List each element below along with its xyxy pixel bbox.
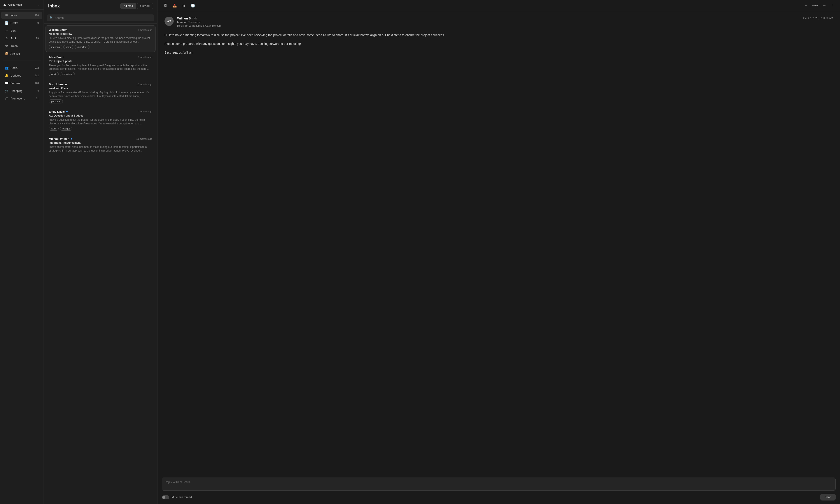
archive-icon: 📦 [5, 52, 8, 55]
email-body-paragraph: Hi, let's have a meeting tomorrow to dis… [164, 33, 833, 38]
sidebar-label-junk: Junk [11, 37, 16, 40]
more-options-button[interactable]: ⋮ [829, 2, 836, 9]
sidebar-label-updates: Updates [11, 74, 21, 77]
mail-tags: workbudget [49, 127, 152, 130]
social-icon: 👥 [5, 66, 8, 70]
tag-work: work [49, 127, 59, 130]
tag-budget: budget [60, 127, 72, 130]
forward-button[interactable]: ↪ [821, 2, 827, 9]
updates-icon: 🔔 [5, 74, 8, 77]
mail-sender: Bob Johnson [49, 83, 67, 86]
mail-tags: meetingworkimportant [49, 45, 152, 49]
mail-time: 10 months ago [136, 83, 152, 86]
sidebar-item-junk[interactable]: ⚠ Junk 23 [1, 35, 42, 42]
sidebar-item-trash[interactable]: 🗑 Trash [1, 42, 42, 50]
sent-icon: ↗ [5, 29, 8, 32]
sidebar-item-inbox[interactable]: ✉ Inbox 128 [1, 12, 42, 19]
mail-time: 10 months ago [136, 110, 152, 113]
sidebar: Alicia Koch ⌄ ✉ Inbox 128 📄 Drafts 9 ↗ S… [0, 0, 44, 504]
chevron-down-icon: ⌄ [38, 3, 40, 6]
email-meta: William Smith Meeting Tomorrow Reply-To:… [177, 17, 800, 27]
reply-button[interactable]: ↩ [803, 2, 809, 9]
mail-preview: Hi, let's have a meeting tomorrow to dis… [49, 36, 152, 44]
account-triangle-icon [3, 4, 6, 6]
list-item[interactable]: William Smith 3 months ago Meeting Tomor… [46, 25, 156, 52]
sidebar-item-drafts[interactable]: 📄 Drafts 9 [1, 19, 42, 27]
nav-categories: 👥 Social 972 🔔 Updates 342 💬 Forums 128 … [0, 62, 43, 104]
reply-all-button[interactable]: ↩↩ [810, 2, 820, 9]
sidebar-item-forums[interactable]: 💬 Forums 128 [1, 79, 42, 87]
mail-subject: Weekend Plans [49, 87, 152, 90]
mail-time: 3 months ago [138, 56, 152, 58]
nav-primary: ✉ Inbox 128 📄 Drafts 9 ↗ Sent ⚠ Junk 23 … [0, 10, 43, 59]
badge-inbox: 128 [34, 14, 39, 17]
sidebar-item-archive[interactable]: 📦 Archive [1, 50, 42, 57]
unread-dot [71, 138, 72, 140]
tag-work: work [49, 72, 59, 76]
mail-preview: Any plans for the weekend? I was thinkin… [49, 91, 152, 98]
email-body-paragraph: Best regards, William [164, 50, 833, 55]
send-button[interactable]: Send [820, 494, 836, 501]
account-header[interactable]: Alicia Koch ⌄ [0, 0, 43, 10]
reply-textarea[interactable] [162, 478, 836, 491]
mail-sender: Emily Davis [49, 110, 68, 113]
unread-dot [66, 111, 68, 112]
mail-subject: Important Announcement [49, 141, 152, 144]
mail-time: 11 months ago [136, 138, 152, 140]
sidebar-item-shopping[interactable]: 🛒 Shopping 8 [1, 87, 42, 94]
sidebar-label-archive: Archive [11, 52, 20, 55]
sidebar-label-social: Social [11, 66, 18, 70]
snooze-button[interactable]: 🕐 [189, 2, 197, 9]
drafts-icon: 📄 [5, 21, 8, 25]
sidebar-label-trash: Trash [11, 44, 18, 48]
mail-subject: Re: Project Update [49, 60, 152, 63]
sidebar-label-forums: Forums [11, 82, 20, 85]
list-item[interactable]: Bob Johnson 10 months ago Weekend Plans … [46, 80, 156, 106]
archive-button[interactable]: 🗄 [162, 2, 169, 9]
mail-list-header: Inbox All mail Unread [44, 0, 157, 12]
badge-forums: 128 [34, 82, 39, 85]
sidebar-item-social[interactable]: 👥 Social 972 [1, 64, 42, 72]
mute-label: Mute this thread [172, 496, 192, 499]
sidebar-item-updates[interactable]: 🔔 Updates 342 [1, 72, 42, 79]
trash-icon: 🗑 [5, 44, 8, 48]
badge-promotions: 21 [34, 97, 39, 100]
toolbar-right-actions: ↩ ↩↩ ↪ ⋮ [803, 2, 836, 9]
reading-content: WS William Smith Meeting Tomorrow Reply-… [158, 11, 840, 474]
badge-social: 972 [34, 67, 39, 69]
list-item[interactable]: Emily Davis 10 months ago Re: Question a… [46, 107, 156, 133]
badge-junk: 23 [34, 37, 39, 40]
list-item[interactable]: Michael Wilson 11 months ago Important A… [46, 134, 156, 157]
mail-sender: Alice Smith [49, 56, 64, 59]
mute-toggle[interactable] [162, 495, 169, 499]
toggle-knob [162, 496, 165, 499]
mail-preview: Thank you for the project update. It loo… [49, 64, 152, 71]
badge-updates: 342 [34, 74, 39, 77]
sidebar-label-drafts: Drafts [11, 21, 18, 25]
mail-list: William Smith 3 months ago Meeting Tomor… [44, 24, 157, 504]
sidebar-item-sent[interactable]: ↗ Sent [1, 27, 42, 34]
sidebar-item-promotions[interactable]: 🏷 Promotions 21 [1, 95, 42, 102]
mail-tags: personal [49, 100, 152, 104]
reply-actions: Mute this thread Send [162, 494, 836, 501]
shopping-icon: 🛒 [5, 89, 8, 92]
mail-preview: I have a question about the budget for t… [49, 118, 152, 126]
sidebar-label-sent: Sent [11, 29, 16, 32]
tag-meeting: meeting [49, 45, 62, 49]
list-item[interactable]: Alice Smith 3 months ago Re: Project Upd… [46, 53, 156, 79]
nav-divider [3, 60, 41, 61]
email-reply-to: Reply-To: williamsmith@example.com [177, 24, 800, 27]
reading-toolbar: 🗄 📥 🗑 🕐 ↩ ↩↩ ↪ ⋮ [158, 0, 840, 11]
junk-icon: ⚠ [5, 37, 8, 40]
forums-icon: 💬 [5, 82, 8, 85]
mail-list-panel: Inbox All mail Unread 🔍 William Smith 3 … [44, 0, 158, 504]
move-to-junk-button[interactable]: 📥 [171, 2, 179, 9]
sidebar-label-shopping: Shopping [11, 89, 22, 92]
filter-all-mail[interactable]: All mail [120, 3, 136, 9]
mail-sender: Michael Wilson [49, 137, 72, 140]
filter-unread[interactable]: Unread [137, 3, 153, 9]
delete-button[interactable]: 🗑 [180, 2, 187, 9]
tag-important: important [75, 45, 89, 49]
search-input[interactable] [55, 16, 151, 19]
search-bar: 🔍 [44, 12, 157, 24]
